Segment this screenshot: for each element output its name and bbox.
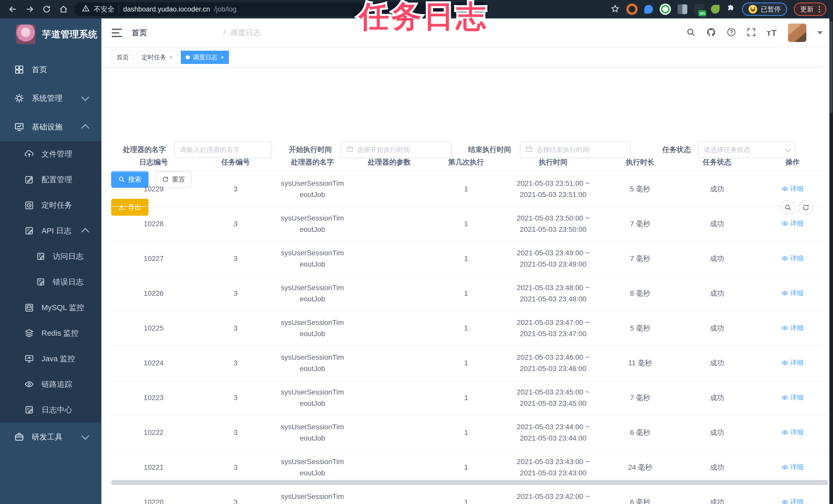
github-icon[interactable] [706, 27, 716, 38]
green-leaf-extension-icon[interactable] [711, 5, 719, 14]
detail-link[interactable]: 详细 [782, 323, 804, 332]
cell-time: 2021-05-03 23:43:00 ~2021-05-03 23:43:00 [504, 456, 602, 479]
cell-duration: 7 毫秒 [602, 219, 679, 229]
home-icon[interactable] [57, 3, 70, 15]
detail-link[interactable]: 详细 [782, 393, 804, 402]
table-row: 10225 3 sysUserSessionTimeoutJob 1 2021-… [110, 311, 830, 346]
sidebar-item-api-log[interactable]: API 日志 [0, 218, 101, 244]
cell-status: 成功 [679, 393, 755, 403]
cell-count: 1 [428, 394, 504, 402]
star-icon[interactable] [611, 4, 620, 14]
grid-extension-icon[interactable] [677, 4, 687, 14]
cell-status: 成功 [679, 288, 755, 298]
detail-link[interactable]: 详细 [782, 288, 804, 298]
orange-ring-extension-icon[interactable] [626, 4, 638, 15]
cell-status: 成功 [679, 428, 755, 437]
sidebar-item-job[interactable]: 定时任务 [0, 193, 101, 218]
cell-handler: sysUserSessionTimeoutJob [274, 456, 351, 479]
app-logo [16, 25, 35, 44]
cell-job-id: 3 [197, 289, 274, 298]
detail-link[interactable]: 详细 [782, 184, 804, 193]
sidebar-item-log-center[interactable]: 日志中心 [0, 397, 101, 423]
chevron-down-icon[interactable] [817, 31, 823, 34]
font-size-icon[interactable]: ᴛT [767, 28, 777, 38]
sidebar-item-file[interactable]: 文件管理 [0, 141, 101, 167]
tab-job[interactable]: 定时任务× [137, 51, 178, 64]
cell-action: 详细 [755, 184, 830, 194]
forward-icon[interactable] [24, 3, 36, 15]
close-icon[interactable]: × [169, 54, 173, 61]
page-overlay-title: 任务日志 任务日志 [359, 0, 488, 33]
search-icon[interactable] [686, 28, 695, 38]
table-body: 10229 3 sysUserSessionTimeoutJob 1 2021-… [110, 172, 830, 504]
cell-action: 详细 [755, 358, 830, 368]
profile-paused-pill[interactable]: 已暂停 [742, 3, 787, 16]
tab-job-log[interactable]: 调度日志× [181, 51, 229, 64]
sidebar-logo-row[interactable]: 芋道管理系统 [0, 19, 101, 47]
breadcrumb-home[interactable]: 首页 [132, 28, 219, 38]
shield-warning-icon[interactable] [82, 5, 90, 14]
reload-icon[interactable] [41, 3, 53, 15]
fullscreen-icon[interactable] [747, 28, 756, 38]
table-header-row: 日志编号 任务编号 处理器的名字 处理器的参数 第几次执行 执行时间 执行时长 … [110, 153, 830, 172]
chevron-up-icon [81, 124, 89, 132]
detail-link[interactable]: 详细 [782, 497, 804, 504]
cell-handler: sysUserSessionTimeoutJob [274, 212, 351, 235]
sidebar-item-access-log[interactable]: 访问日志 [0, 244, 101, 269]
sidebar-item-home[interactable]: 首页 [0, 55, 101, 84]
on-badge-extension-icon[interactable]: on [694, 4, 704, 14]
update-button[interactable]: 更新 [794, 3, 826, 16]
sidebar-item-dev-tools[interactable]: 研发工具 [0, 423, 101, 451]
cell-time: 2021-05-03 23:50:00 ~2021-05-03 23:50:00 [504, 212, 602, 235]
cell-log-id: 10228 [110, 220, 197, 228]
help-icon[interactable] [727, 28, 736, 38]
tab-home[interactable]: 首页 [112, 51, 134, 64]
sidebar-item-config[interactable]: 配置管理 [0, 167, 101, 193]
cell-action: 详细 [755, 393, 830, 403]
cell-job-id: 3 [197, 394, 274, 402]
sidebar-item-system[interactable]: 系统管理 [0, 84, 101, 112]
detail-link[interactable]: 详细 [782, 358, 804, 367]
sidebar-item-infra[interactable]: 基础设施 [0, 112, 101, 141]
cell-action: 详细 [755, 254, 830, 263]
chevron-down-icon [81, 93, 89, 101]
table-row: 10226 3 sysUserSessionTimeoutJob 1 2021-… [110, 276, 830, 311]
cell-status: 成功 [679, 497, 755, 504]
cell-job-id: 3 [197, 255, 274, 263]
cell-log-id: 10220 [110, 498, 197, 504]
puzzle-extensions-icon[interactable] [726, 4, 735, 14]
sidebar-item-redis[interactable]: Redis 监控 [0, 320, 101, 346]
sidebar-item-java[interactable]: Java 监控 [0, 346, 101, 372]
cell-count: 1 [428, 255, 504, 263]
detail-link[interactable]: 详细 [782, 219, 804, 228]
paused-label: 已暂停 [761, 5, 781, 14]
detail-link[interactable]: 详细 [782, 462, 804, 472]
cell-time: 2021-05-03 23:46:00 ~2021-05-03 23:46:00 [504, 352, 602, 374]
table-row: 10228 3 sysUserSessionTimeoutJob 1 2021-… [110, 207, 830, 242]
sidebar-item-trace[interactable]: 链路追踪 [0, 372, 101, 397]
detail-link[interactable]: 详细 [782, 428, 804, 437]
tags-view-bar: 首页 定时任务× 调度日志× [101, 48, 833, 68]
cell-duration: 5 毫秒 [602, 184, 679, 194]
cell-duration: 8 毫秒 [602, 288, 679, 298]
chevron-up-icon [81, 228, 89, 236]
green-y-extension-icon[interactable] [660, 4, 671, 15]
kebab-menu-icon[interactable] [819, 6, 820, 12]
cell-count: 1 [428, 463, 504, 472]
hamburger-icon[interactable] [112, 29, 122, 37]
blue-drop-extension-icon[interactable] [644, 5, 653, 14]
sidebar-item-error-log[interactable]: 错误日志 [0, 269, 101, 295]
detail-link[interactable]: 详细 [782, 254, 804, 263]
cell-time: 2021-05-03 23:45:00 ~2021-05-03 23:45:00 [504, 386, 602, 409]
cell-action: 详细 [755, 428, 830, 437]
cell-duration: 24 毫秒 [602, 462, 679, 472]
cell-count: 1 [428, 185, 504, 193]
cell-log-id: 10229 [110, 185, 197, 193]
avatar[interactable] [788, 24, 806, 42]
back-icon[interactable] [7, 3, 19, 15]
cell-action: 详细 [755, 288, 830, 298]
vertical-scrollbar[interactable] [829, 19, 833, 504]
close-icon[interactable]: × [220, 54, 224, 61]
sidebar-item-mysql[interactable]: MySQL 监控 [0, 295, 101, 320]
horizontal-scrollbar[interactable] [111, 480, 828, 485]
